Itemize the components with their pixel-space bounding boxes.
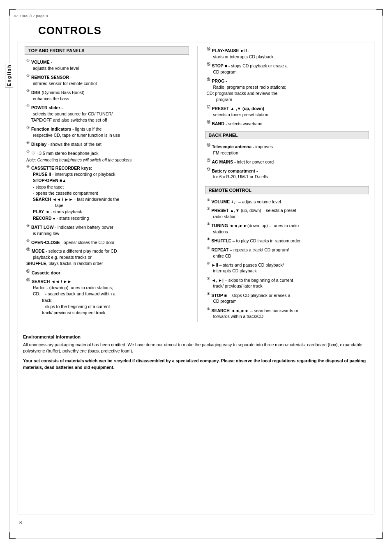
item-mode: ⑪ MODE - selects a different play mode f… (25, 247, 189, 267)
item-play-pause: ⑭ PLAY•PAUSE ►II - starts or interrupts … (205, 46, 369, 60)
right-top-items: ⑭ PLAY•PAUSE ►II - starts or interrupts … (205, 46, 369, 127)
item-volume-detail: adjusts the volume level (26, 66, 79, 71)
item-num-16: ⑯ (207, 77, 210, 81)
rc-num-3: ③ (207, 222, 210, 226)
rc-search-detail: forwards within a track/CD (207, 314, 264, 319)
rc-item-stop: ⑧ STOP ■ – stops CD playback or erases a… (205, 291, 369, 305)
item-function-indicators-detail: respective CD, tape or tuner function is… (26, 133, 120, 138)
left-column: TOP AND FRONT PANELS ① VOLUME - adjusts … (25, 46, 189, 322)
item-stop: ⑮ STOP ■ - stops CD playback or erase a … (205, 62, 369, 75)
item-search-radio: Radio: - (down/up) tunes to radio statio… (26, 285, 113, 290)
item-search-cd: CD: - searches back and forward within a… (26, 291, 115, 302)
rc-stop-detail: CD program (207, 299, 237, 304)
rc-num-6: ⑥ (207, 261, 210, 265)
item-num-6: ⑥ (26, 140, 30, 145)
item-num-10: ⑩ (26, 239, 30, 243)
rc-preset-detail: radio station (207, 214, 237, 219)
rc-num-7: ⑦ (207, 276, 210, 281)
corner-tl (9, 9, 16, 16)
item-power-slider-detail: selects the sound source for CD/ TUNER/ … (26, 111, 113, 122)
item-play-pause-detail: starts or interrupts CD playback (207, 54, 274, 59)
item-num-1: ① (26, 58, 30, 62)
item-battery-detail: for 6 x R-20, UM-1 or D-cells (207, 174, 268, 179)
item-dbb: ③ DBB (Dynamic Bass Boost) - enhances th… (25, 88, 189, 102)
item-num-20: ⑳ (207, 158, 210, 162)
item-search-skip: - skips to the beginning of a current tr… (26, 304, 110, 315)
rc-item-preset: ② PRESET ▲,▼ (up, down) – selects a pres… (205, 206, 369, 220)
item-batt-low: ⑨ BATT LOW - indicates when battery powe… (25, 223, 189, 237)
env-title: Environmental information (23, 334, 369, 339)
rc-item-shuffle: ④ SHUFFLE – to play CD tracks in random … (205, 237, 369, 244)
item-num-8: ⑧ (26, 164, 30, 168)
rc-item-skip: ⑦ ◄, ►| – skips to the beginning of a cu… (205, 276, 369, 290)
item-mode-detail: playback e.g. repeats tracks orSHUFFLE, … (26, 255, 103, 266)
item-num-15: ⑮ (207, 62, 210, 66)
item-open-close: ⑩ OPEN•CLOSE - opens/ closes the CD door (25, 238, 189, 246)
rc-num-2: ② (207, 207, 210, 211)
item-num-13: ⑬ (26, 278, 30, 282)
item-num-3: ③ (26, 89, 30, 93)
item-ac-mains: ⑳ AC MAINS - inlet for power cord (205, 158, 369, 165)
rc-repeat-detail: entire CD (207, 253, 231, 258)
item-antenna-detail: FM reception (207, 150, 238, 155)
cassette-stop-detail2: - opens the cassette compartment (26, 191, 98, 196)
item-num-12: ⑫ (26, 269, 30, 273)
side-label: English (5, 63, 13, 88)
content-area: TOP AND FRONT PANELS ① VOLUME - adjusts … (18, 42, 374, 326)
item-prog: ⑯ PROG - Radio: programs preset radio st… (205, 77, 369, 103)
header-text: AZ 1065 /17 page 8 (14, 14, 48, 18)
item-num-7: ⑦ (26, 150, 30, 154)
item-num-5: ⑤ (26, 125, 30, 129)
page-header: AZ 1065 /17 page 8 (14, 14, 378, 20)
rc-play-pause-detail: interrupts CD playback (207, 268, 257, 273)
item-power-slider: ④ POWER slider - selects the sound sourc… (25, 104, 189, 123)
rc-num-4: ④ (207, 237, 210, 241)
env-bold: Your set consists of materials which can… (23, 358, 369, 371)
item-dbb-detail: enhances the bass (26, 96, 69, 101)
back-panel-header: BACK PANEL (205, 131, 369, 139)
rc-num-8: ⑧ (207, 292, 210, 296)
env-body: All unnecessary packaging material has b… (23, 342, 369, 355)
item-num-19: ⑲ (207, 143, 210, 147)
item-display: ⑥ Display - shows the status of the set (25, 140, 189, 147)
item-antenna: ⑲ Telescopic antenna - improves FM recep… (205, 143, 369, 156)
top-front-panel-header: TOP AND FRONT PANELS (25, 46, 189, 55)
cassette-stop: STOP•OPEN ■▲ (26, 178, 66, 183)
cassette-pause: PAUSE II - interrupts recording or playb… (26, 172, 115, 177)
page-title: CONTROLS (38, 24, 378, 37)
cassette-stop-detail1: - stops the tape; (26, 184, 64, 189)
item-num-2: ② (26, 74, 30, 78)
item-num-14: ⑭ (207, 47, 210, 51)
item-num-11: ⑪ (26, 247, 30, 251)
item-prog-detail: Radio: programs preset radio stations;CD… (207, 85, 286, 102)
item-remote-sensor: ② REMOTE SENSOR - infrared sensor for re… (25, 73, 189, 87)
item-headphone: ⑦ ♡ - 3.5 mm stereo headphone jack (25, 149, 189, 157)
right-column: ⑭ PLAY•PAUSE ►II - starts or interrupts … (197, 46, 369, 322)
item-cassette-door: ⑫ Cassette door (25, 269, 189, 276)
cassette-record: RECORD ● - starts recording (26, 216, 89, 221)
cassette-play: PLAY ◄ - starts playback (26, 209, 82, 214)
item-num-9: ⑨ (26, 223, 30, 228)
rc-item-volume: ① VOLUME +,− – adjusts volume level (205, 198, 369, 205)
rc-num-1: ① (207, 198, 210, 202)
corner-br (376, 532, 383, 539)
environmental-section: Environmental information All unnecessar… (23, 330, 369, 371)
item-remote-sensor-detail: infrared sensor for remote control (26, 81, 97, 86)
item-num-21: ㉑ (207, 167, 210, 171)
rc-num-9: ⑨ (207, 307, 210, 311)
remote-control-header: REMOTE CONTROL (205, 186, 369, 194)
rc-item-repeat: ⑤ REPEAT – repeats a track/ CD program/ … (205, 246, 369, 259)
corner-tr (376, 9, 383, 16)
outer-border: AZ 1065 /17 page 8 CONTROLS English TOP … (9, 9, 383, 539)
item-preset: ⑰ PRESET ▲ ,▼ (up, down) - selects a tun… (205, 104, 369, 118)
headphone-note: Note: Connecting headphones will switch … (25, 158, 189, 162)
item-band: ⑱ BAND - selects waveband (205, 120, 369, 127)
rc-item-play-pause: ⑥ ►II – starts and pauses CD playback/ i… (205, 261, 369, 274)
item-volume: ① VOLUME - adjusts the volume level (25, 58, 189, 71)
page-outer: AZ 1065 /17 page 8 CONTROLS English TOP … (0, 0, 392, 555)
rc-tuning-detail: stations (207, 229, 228, 234)
cassette-search: SEARCH ◄◄ / ►► - fast winds/rewinds the … (26, 197, 119, 208)
item-num-18: ⑱ (207, 120, 210, 124)
item-num-17: ⑰ (207, 105, 210, 109)
item-num-4: ④ (26, 104, 30, 108)
